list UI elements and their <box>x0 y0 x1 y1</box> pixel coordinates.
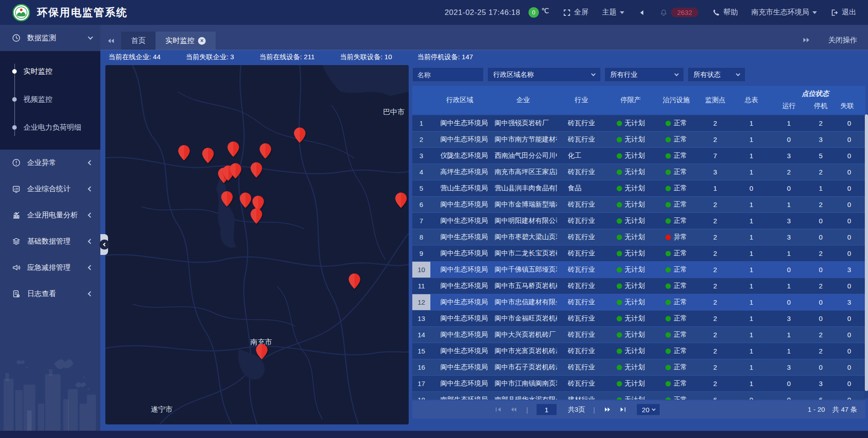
cell-facility: 正常 <box>656 262 697 278</box>
table-row[interactable]: 18南部生态环境局南部县砚华水泥有限公建材行业无计划正常60060 <box>412 392 865 400</box>
point-status-group-label: 点位状态 <box>769 89 861 98</box>
alert-icon <box>12 158 21 167</box>
cell-offline: 0 <box>833 164 865 180</box>
map-pin-icon[interactable] <box>250 162 262 178</box>
sidebar-item-log-view[interactable]: 日志查看 <box>0 281 100 307</box>
map-pin-icon[interactable] <box>240 193 251 208</box>
sidebar-subitem-realtime-monitor[interactable]: 实时监控 <box>0 57 100 85</box>
region-filter-select[interactable]: 行政区域名称 <box>487 67 601 82</box>
name-filter-input[interactable] <box>412 67 484 82</box>
sidebar-item-base-data[interactable]: 基础数据管理 <box>0 228 100 254</box>
cell-company: 阆中市光富页岩机砖厂 <box>489 343 557 359</box>
table-row[interactable]: 3仪陇生态环境局西南油气田分公司川中化工无计划正常71350 <box>412 148 865 164</box>
map-pin-icon[interactable] <box>227 141 239 157</box>
table-row[interactable]: 16阆中生态环境局阆中市石子页岩机砖厂砖瓦行业无计划正常21300 <box>412 359 865 375</box>
status-dot-icon <box>617 186 622 191</box>
map-pin-icon[interactable] <box>202 148 214 163</box>
map-pin-icon[interactable] <box>230 163 241 179</box>
org-dropdown[interactable]: 南充市生态环境局 <box>751 8 817 17</box>
tabs-scroll-right-button[interactable] <box>796 31 816 49</box>
table-row[interactable]: 6阆中生态环境局阆中市金博瑞新型墙材砖瓦行业无计划正常21120 <box>412 197 865 212</box>
cell-industry: 砖瓦行业 <box>557 343 606 359</box>
cell-running: 1 <box>769 327 808 343</box>
col-region: 行政区域 <box>430 86 489 114</box>
chevron-down-icon <box>620 11 624 14</box>
map-pin-icon[interactable] <box>395 193 407 208</box>
map-pin-icon[interactable] <box>294 127 306 143</box>
status-filter-select[interactable]: 所有状态 <box>688 67 745 82</box>
industry-filter-select[interactable]: 所有行业 <box>604 67 684 82</box>
chevron-left-icon <box>88 160 93 165</box>
table-row[interactable]: 12阆中生态环境局阆中市忠信建材有限公砖瓦行业无计划正常21003 <box>412 294 865 310</box>
cell-facility: 正常 <box>656 132 697 147</box>
sidebar-collapse-button[interactable] <box>100 234 108 255</box>
help-button[interactable]: 帮助 <box>712 8 738 17</box>
cell-offline: 0 <box>833 311 865 326</box>
tabs-scroll-left-button[interactable] <box>100 32 121 50</box>
sidebar-item-enterprise-abnormal[interactable]: 企业异常 <box>0 150 100 176</box>
fullscreen-button[interactable]: 全屏 <box>563 8 589 17</box>
first-page-button[interactable] <box>494 405 503 414</box>
cell-stopped: 2 <box>808 164 833 180</box>
cell-company: 阆中市石子页岩机砖厂 <box>489 359 557 375</box>
cell-stopped: 5 <box>808 148 833 164</box>
table-row[interactable]: 2阆中生态环境局阆中市南方节能建材有砖瓦行业无计划正常21030 <box>412 132 865 147</box>
cell-offline: 3 <box>833 262 865 278</box>
theme-dropdown[interactable]: 主题 <box>602 8 624 17</box>
tab-realtime-monitor[interactable]: 实时监控 × <box>156 32 216 50</box>
next-page-button[interactable] <box>603 405 612 414</box>
sidebar-item-power-analysis[interactable]: 企业用电量分析 <box>0 202 100 228</box>
tab-home[interactable]: 首页 <box>121 32 156 50</box>
sidebar-item-emergency-reduction[interactable]: 应急减排管理 <box>0 254 100 281</box>
temperature-unit: ℃ <box>542 7 549 15</box>
cell-region: 阆中生态环境局 <box>430 229 489 245</box>
table-scrollbar[interactable] <box>865 114 868 399</box>
sidebar-item-data-monitor[interactable]: 数据监测 <box>0 25 100 51</box>
bullet-icon <box>12 69 17 74</box>
table-row[interactable]: 17阆中生态环境局阆中市江南镇阆南页岩砖瓦行业无计划正常21030 <box>412 376 865 391</box>
table-row[interactable]: 14阆中生态环境局阆中大兴页岩机砖厂砖瓦行业无计划正常21120 <box>412 327 865 343</box>
table-row[interactable]: 15阆中生态环境局阆中市光富页岩机砖厂砖瓦行业无计划正常21120 <box>412 343 865 359</box>
sidebar-item-enterprise-stats[interactable]: 企业综合统计 <box>0 176 100 202</box>
cell-points: 2 <box>697 343 733 359</box>
page-number-input[interactable] <box>536 404 557 415</box>
table-row[interactable]: 5营山生态环境局营山县润丰肉食品有限食品无计划正常10010 <box>412 180 865 196</box>
map-pin-icon[interactable] <box>256 344 268 359</box>
cell-meters: 0 <box>733 180 769 196</box>
table-row[interactable]: 1阆中生态环境局阆中强锐页岩砖厂砖瓦行业无计划正常21120 <box>412 115 865 131</box>
map-canvas[interactable]: 巴中市南充市遂宁市 <box>105 65 409 424</box>
table-row[interactable]: 13阆中生态环境局阆中市金福旺页岩机砖砖瓦行业无计划正常21300 <box>412 311 865 326</box>
map-pin-icon[interactable] <box>259 143 271 159</box>
page-size-select[interactable]: 20 <box>637 404 660 415</box>
table-row[interactable]: 9阆中生态环境局阆中市二龙长宝页岩砖砖瓦行业无计划正常21120 <box>412 245 865 261</box>
map-pin-icon[interactable] <box>250 208 262 224</box>
sidebar-subitem-video-monitor[interactable]: 视频监控 <box>0 85 100 113</box>
map-pin-icon[interactable] <box>178 145 190 160</box>
table-row[interactable]: 4高坪生态环境局南充市高坪区王家店建砖瓦行业无计划正常31220 <box>412 164 865 180</box>
cell-stopped: 0 <box>808 359 833 375</box>
sidebar-subitem-label: 企业电力负荷明细 <box>24 123 81 132</box>
table-body: 1阆中生态环境局阆中强锐页岩砖厂砖瓦行业无计划正常211202阆中生态环境局阆中… <box>412 115 865 400</box>
map-pin-icon[interactable] <box>349 273 360 289</box>
last-page-button[interactable] <box>618 405 627 414</box>
table-row[interactable]: 11阆中生态环境局阆中市五马桥页岩机砖砖瓦行业无计划正常21120 <box>412 278 865 294</box>
voice-toggle-button[interactable] <box>638 9 646 17</box>
sidebar-subitem-power-load-detail[interactable]: 企业电力负荷明细 <box>0 113 100 141</box>
map-pin-icon[interactable] <box>221 191 233 207</box>
close-operations-button[interactable]: 关闭操作 <box>828 36 857 45</box>
table-row[interactable]: 7阆中生态环境局阆中明阳建材有限公司砖瓦行业无计划正常21300 <box>412 213 865 229</box>
row-index: 6 <box>412 197 430 212</box>
status-dot-icon <box>617 349 622 354</box>
exit-button[interactable]: 退出 <box>830 8 856 17</box>
notifications[interactable]: 2632 <box>660 8 698 17</box>
prev-page-button[interactable] <box>509 405 518 414</box>
close-icon[interactable]: × <box>198 37 206 45</box>
chevron-down-icon <box>675 72 679 76</box>
status-dot-icon <box>617 202 622 207</box>
cell-running: 3 <box>769 213 808 229</box>
cell-points: 2 <box>697 294 733 310</box>
cell-offline: 0 <box>833 327 865 343</box>
table-row[interactable]: 8阆中生态环境局阆中市枣碧大梁山页岩砖瓦行业无计划异常21300 <box>412 229 865 245</box>
table-row[interactable]: 10阆中生态环境局阆中千佛镇五郎垭页岩砖瓦行业无计划正常21003 <box>412 262 865 278</box>
datetime-label: 2021-02-25 17:46:18 <box>444 8 520 17</box>
